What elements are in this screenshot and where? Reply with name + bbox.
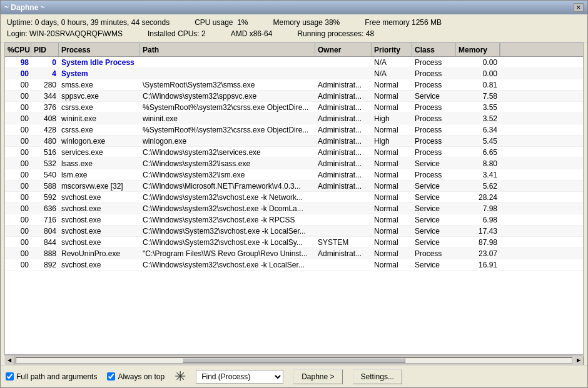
installed-cpus-label: Installed CPUs:: [148, 29, 200, 38]
h-scroll-left-btn[interactable]: ◀: [4, 356, 14, 366]
col-path[interactable]: Path: [140, 43, 315, 56]
free-memory-value: 1256 MB: [412, 18, 442, 27]
cell-priority: Normal: [372, 237, 412, 247]
login-value: WIN-20SRVAQQRQF\WMS: [29, 29, 123, 38]
horizontal-scrollbar[interactable]: ◀ ▶: [4, 355, 584, 365]
cell-owner: Administrat...: [315, 102, 372, 112]
cpu-usage-info: CPU usage 1%: [195, 17, 248, 28]
col-owner[interactable]: Owner: [315, 43, 372, 56]
table-row[interactable]: 00408wininit.exewininit.exeAdministrat..…: [5, 113, 583, 124]
cell-class: Process: [412, 136, 456, 146]
cell-class: Process: [412, 102, 456, 112]
table-row[interactable]: 00532lsass.exeC:\Windows\system32\lsass.…: [5, 158, 583, 169]
col-class[interactable]: Class: [412, 43, 456, 56]
table-row[interactable]: 00480winlogon.exewinlogon.exeAdministrat…: [5, 136, 583, 147]
cell-class: Process: [412, 124, 456, 135]
cell-memory: 0.00: [456, 68, 500, 79]
full-path-label: Full path and arguments: [16, 372, 97, 381]
cell-path: C:\Windows\System32\svchost.exe -k Local…: [140, 226, 315, 236]
cell-memory: 7.98: [456, 203, 500, 214]
h-scroll-track[interactable]: [16, 357, 572, 364]
cell-priority: N/A: [372, 68, 412, 79]
always-on-top-checkbox[interactable]: [107, 372, 115, 381]
cell-memory: 16.91: [456, 259, 500, 270]
cell-priority: Normal: [372, 214, 412, 225]
cell-owner: Administrat...: [315, 91, 372, 101]
table-row[interactable]: 00344sppsvc.exeC:\Windows\system32\sppsv…: [5, 91, 583, 102]
cell-pid: 636: [31, 203, 59, 214]
table-row[interactable]: 00428csrss.exe%SystemRoot%\system32\csrs…: [5, 124, 583, 136]
always-on-top-checkbox-item: Always on top: [107, 372, 165, 381]
cell-class: Service: [412, 181, 456, 191]
col-process[interactable]: Process: [59, 43, 140, 56]
cell-path: C:\Windows\system32\lsm.exe: [140, 169, 315, 180]
cpu-usage-label: CPU usage: [195, 18, 233, 27]
table-header: %CPU PID Process Path Owner Priority Cla…: [5, 43, 583, 57]
cell-priority: Normal: [372, 158, 412, 169]
h-scroll-right-btn[interactable]: ▶: [574, 356, 584, 366]
uptime-info: Uptime: 0 days, 0 hours, 39 minutes, 44 …: [7, 17, 170, 28]
col-memory[interactable]: Memory: [456, 43, 500, 56]
col-pid[interactable]: PID: [31, 43, 59, 56]
process-table-container: %CPU PID Process Path Owner Priority Cla…: [4, 42, 584, 355]
cell-class: Process: [412, 248, 456, 259]
cell-memory: 23.07: [456, 248, 500, 259]
cell-class: Process: [412, 57, 456, 67]
cell-class: Process: [412, 79, 456, 90]
cell-cpu: 00: [5, 79, 31, 90]
table-row[interactable]: 00540lsm.exeC:\Windows\system32\lsm.exeA…: [5, 169, 583, 181]
table-row[interactable]: 00592svchost.exeC:\Windows\system32\svch…: [5, 192, 583, 203]
cell-process: lsm.exe: [59, 169, 140, 180]
cell-priority: High: [372, 136, 412, 146]
table-row[interactable]: 00844svchost.exeC:\Windows\System32\svch…: [5, 237, 583, 248]
cell-owner: [315, 214, 372, 225]
cell-memory: 6.34: [456, 124, 500, 135]
cell-process: svchost.exe: [59, 214, 140, 225]
cell-cpu: 00: [5, 147, 31, 157]
always-on-top-label: Always on top: [118, 372, 165, 381]
table-row[interactable]: 00888RevoUninPro.exe"C:\Program Files\WS…: [5, 248, 583, 259]
info-row-1: Uptime: 0 days, 0 hours, 39 minutes, 44 …: [7, 17, 581, 28]
table-row[interactable]: 00636svchost.exeC:\Windows\system32\svch…: [5, 203, 583, 214]
cell-pid: 844: [31, 237, 59, 247]
table-row[interactable]: 00516services.exeC:\Windows\system32\ser…: [5, 147, 583, 158]
cell-owner: Administrat...: [315, 124, 372, 135]
cell-pid: 892: [31, 259, 59, 270]
cell-pid: 716: [31, 214, 59, 225]
cell-priority: Normal: [372, 203, 412, 214]
installed-cpus-info: Installed CPUs: 2: [148, 28, 206, 39]
cell-pid: 588: [31, 181, 59, 191]
cell-path: C:\Windows\system32\svchost.exe -k Local…: [140, 259, 315, 270]
close-button[interactable]: ✕: [574, 3, 584, 12]
find-dropdown[interactable]: Find (Process) Find (Path) Find (Owner): [196, 370, 283, 384]
cell-cpu: 00: [5, 102, 31, 112]
cell-class: Service: [412, 158, 456, 169]
arch-info: AMD x86-64: [231, 28, 273, 39]
cell-class: Process: [412, 147, 456, 157]
table-row[interactable]: 00804svchost.exeC:\Windows\System32\svch…: [5, 226, 583, 237]
cell-owner: [315, 226, 372, 236]
cell-class: Service: [412, 203, 456, 214]
cell-memory: 6.98: [456, 214, 500, 225]
process-table-scroll[interactable]: 980System Idle ProcessN/AProcess0.00004S…: [5, 57, 583, 354]
settings-button[interactable]: Settings...: [353, 369, 402, 384]
cell-class: Service: [412, 259, 456, 270]
table-row[interactable]: 004SystemN/AProcess0.00: [5, 68, 583, 79]
col-cpu[interactable]: %CPU: [5, 43, 31, 56]
full-path-checkbox[interactable]: [6, 372, 14, 381]
table-row[interactable]: 00280smss.exe\SystemRoot\System32\smss.e…: [5, 79, 583, 91]
table-row[interactable]: 00716svchost.exeC:\Windows\system32\svch…: [5, 214, 583, 226]
main-window: ~ Daphne ~ ✕ Uptime: 0 days, 0 hours, 39…: [0, 0, 588, 388]
cell-path: C:\Windows\Microsoft.NET\Framework\v4.0.…: [140, 181, 315, 191]
table-row[interactable]: 00588mscorsvw.exe [32]C:\Windows\Microso…: [5, 181, 583, 192]
table-row[interactable]: 980System Idle ProcessN/AProcess0.00: [5, 57, 583, 68]
h-scroll-thumb[interactable]: [183, 358, 405, 363]
daphne-button[interactable]: Daphne >: [293, 369, 342, 384]
cell-path: C:\Windows\system32\svchost.exe -k DcomL…: [140, 203, 315, 214]
cell-cpu: 00: [5, 91, 31, 101]
cell-cpu: 98: [5, 57, 31, 67]
table-row[interactable]: 00376csrss.exe%SystemRoot%\system32\csrs…: [5, 102, 583, 113]
cell-cpu: 00: [5, 203, 31, 214]
col-priority[interactable]: Priority: [372, 43, 412, 56]
table-row[interactable]: 00892svchost.exeC:\Windows\system32\svch…: [5, 259, 583, 271]
